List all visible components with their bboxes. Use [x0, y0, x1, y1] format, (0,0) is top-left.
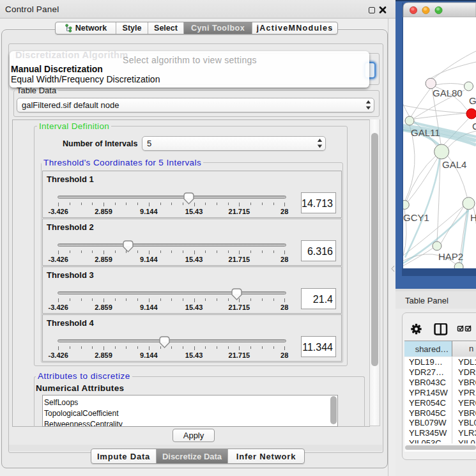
svg-text:GAL4: GAL4 [442, 159, 466, 170]
svg-text:H: H [470, 212, 476, 223]
svg-text:GAL11: GAL11 [411, 127, 440, 138]
svg-text:GAL80: GAL80 [433, 88, 463, 98]
svg-text:GA: GA [469, 95, 476, 106]
svg-text:GCY1: GCY1 [403, 212, 429, 223]
svg-text:C: C [472, 121, 476, 132]
svg-text:HAP2: HAP2 [438, 251, 463, 262]
